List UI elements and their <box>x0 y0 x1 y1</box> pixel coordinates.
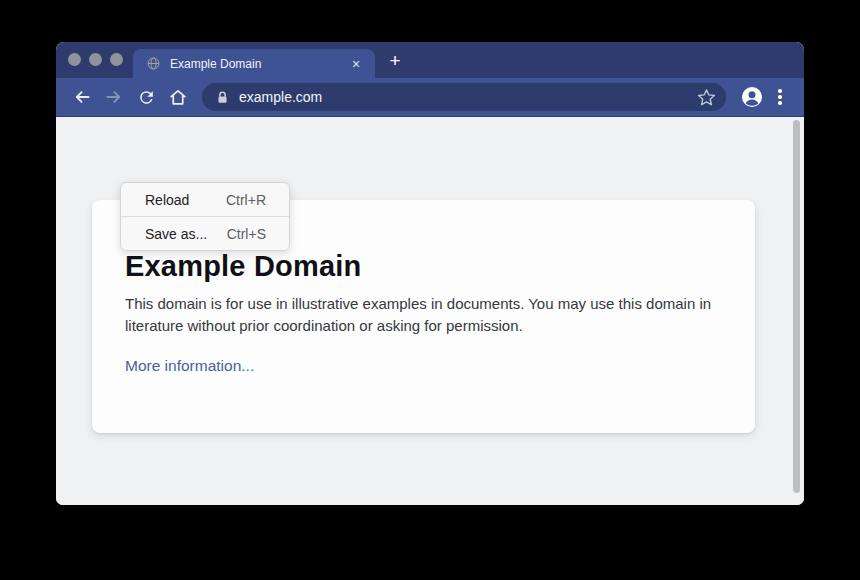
page-title: Example Domain <box>125 250 715 283</box>
profile-button[interactable] <box>736 81 768 113</box>
page-paragraph: This domain is for use in illustrative e… <box>125 293 715 337</box>
lock-icon <box>215 90 230 105</box>
forward-arrow-icon <box>104 87 124 107</box>
vertical-scrollbar[interactable] <box>793 120 800 493</box>
tab-title: Example Domain <box>170 57 348 71</box>
browser-menu-button[interactable] <box>768 81 792 113</box>
profile-avatar-icon <box>741 86 763 108</box>
url-text: example.com <box>239 89 697 105</box>
back-arrow-icon <box>72 87 92 107</box>
browser-toolbar: example.com <box>56 78 804 117</box>
menu-item-shortcut: Ctrl+S <box>227 226 266 242</box>
forward-button[interactable] <box>98 81 130 113</box>
titlebar: Example Domain × + <box>56 42 804 78</box>
reload-icon <box>137 88 156 107</box>
reload-button[interactable] <box>130 81 162 113</box>
address-bar[interactable]: example.com <box>202 83 726 111</box>
menu-item-label: Save as... <box>145 226 207 242</box>
tab-close-icon[interactable]: × <box>348 56 364 72</box>
browser-tab[interactable]: Example Domain × <box>133 49 375 78</box>
back-button[interactable] <box>66 81 98 113</box>
window-controls <box>68 53 123 66</box>
menu-item-label: Reload <box>145 192 189 208</box>
home-icon <box>168 87 188 107</box>
context-menu-item-save-as[interactable]: Save as... Ctrl+S <box>121 217 289 250</box>
window-minimize-button[interactable] <box>89 53 102 66</box>
window-zoom-button[interactable] <box>110 53 123 66</box>
more-information-link[interactable]: More information... <box>125 357 254 375</box>
new-tab-button[interactable]: + <box>385 51 405 71</box>
page-viewport: Example Domain This domain is for use in… <box>56 117 804 505</box>
context-menu-item-reload[interactable]: Reload Ctrl+R <box>121 183 289 216</box>
home-button[interactable] <box>162 81 194 113</box>
browser-window: Example Domain × + <box>56 42 804 505</box>
context-menu: Reload Ctrl+R Save as... Ctrl+S <box>120 182 290 251</box>
tab-favicon-globe-icon <box>146 56 161 71</box>
window-close-button[interactable] <box>68 53 81 66</box>
bookmark-star-icon[interactable] <box>697 88 716 107</box>
menu-item-shortcut: Ctrl+R <box>226 192 266 208</box>
vertical-dots-icon <box>778 89 782 105</box>
